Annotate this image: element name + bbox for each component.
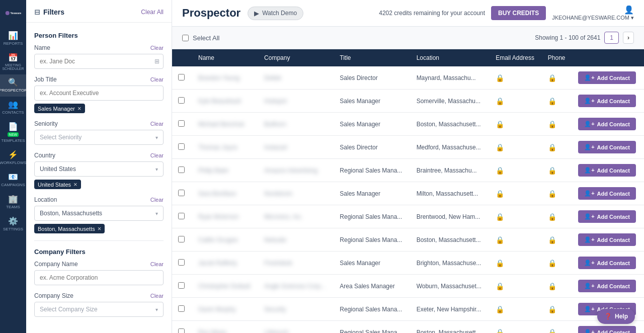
location-value: Boston, Massachusetts <box>40 210 102 217</box>
row-checkbox-cell <box>172 321 192 334</box>
user-area[interactable]: 👤 JKEOHANE@YESWARE.COM ▾ <box>552 5 634 21</box>
row-checkbox-11[interactable] <box>178 328 185 334</box>
email-lock-icon: 🔒 <box>496 190 504 198</box>
sidebar-item-contacts[interactable]: 👥 CONTACTS <box>0 97 26 119</box>
email-lock-icon: 🔒 <box>496 143 504 151</box>
add-contact-button-11[interactable]: 👤+ Add Contact <box>578 326 636 333</box>
row-checkbox-2[interactable] <box>178 120 185 127</box>
row-checkbox-8[interactable] <box>178 259 185 266</box>
row-checkbox-3[interactable] <box>178 143 185 150</box>
name-input[interactable] <box>34 54 164 69</box>
add-contact-button-3[interactable]: 👤+ Add Contact <box>578 141 636 153</box>
row-name-4: Philip Baier <box>192 159 258 182</box>
phone-lock-icon: 🔒 <box>548 74 556 82</box>
remove-sales-manager-button[interactable]: × <box>77 105 82 112</box>
sidebar-item-teams[interactable]: 🏢 TEAMS <box>0 191 26 213</box>
add-contact-button-1[interactable]: 👤+ Add Contact <box>578 95 636 107</box>
add-contact-button-0[interactable]: 👤+ Add Contact <box>578 71 636 84</box>
job-title-input[interactable] <box>34 86 164 101</box>
help-button[interactable]: ❓ Help <box>597 309 635 324</box>
row-title-3: Sales Director <box>334 136 410 159</box>
row-checkbox-5[interactable] <box>178 190 185 196</box>
location-label: Location <box>34 196 57 203</box>
company-size-clear-button[interactable]: Clear <box>150 293 164 299</box>
sidebar-item-prospector[interactable]: 🔍 PROSPECTOR <box>0 74 26 97</box>
add-contact-button-7[interactable]: 👤+ Add Contact <box>578 233 636 246</box>
user-email: JKEOHANE@YESWARE.COM ▾ <box>552 15 634 21</box>
row-email-9: 🔒 <box>490 275 542 298</box>
row-checkbox-cell <box>172 113 192 136</box>
job-title-field-group: Job Title Clear Sales Manager × <box>34 76 164 113</box>
row-title-11: Regional Sales Mana... <box>334 321 410 334</box>
main-content: Prospector ▶ Watch Demo 4202 credits rem… <box>172 0 644 333</box>
add-person-icon: 👤+ <box>584 121 594 127</box>
company-name-input[interactable] <box>34 270 164 285</box>
location-select[interactable]: Boston, Massachusetts ▾ <box>34 206 164 221</box>
select-all-checkbox[interactable] <box>182 35 189 41</box>
company-size-label-row: Company Size Clear <box>34 292 164 299</box>
phone-lock-icon: 🔒 <box>548 120 556 128</box>
filters-sidebar: ⊟ Filters Clear All Person Filters Name … <box>26 0 172 333</box>
add-contact-button-9[interactable]: 👤+ Add Contact <box>578 280 636 292</box>
play-icon: ▶ <box>254 10 259 17</box>
table-body: Brandon Young Deltek Sales Director Mayn… <box>172 66 644 333</box>
add-contact-button-5[interactable]: 👤+ Add Contact <box>578 187 636 200</box>
page-number[interactable]: 1 <box>604 32 619 44</box>
sidebar-item-campaigns[interactable]: 📧 CAMPAIGNS <box>0 169 26 191</box>
country-clear-button[interactable]: Clear <box>150 152 164 158</box>
phone-lock-icon: 🔒 <box>548 259 556 267</box>
sidebar-item-reports[interactable]: 📊 REPORTS <box>0 28 26 50</box>
row-checkbox-cell <box>172 90 192 113</box>
company-name-clear-button[interactable]: Clear <box>150 261 164 267</box>
buy-credits-button[interactable]: BUY CREDITS <box>491 6 546 20</box>
job-title-clear-button[interactable]: Clear <box>150 76 164 82</box>
remove-united-states-button[interactable]: × <box>73 181 77 188</box>
company-name-label-row: Company Name Clear <box>34 261 164 268</box>
row-checkbox-9[interactable] <box>178 282 185 289</box>
row-name-9: Christopher Dufault <box>192 275 258 298</box>
name-label: Name <box>34 44 50 51</box>
sidebar-item-templates[interactable]: 📄 NEW TEMPLATES <box>0 119 26 147</box>
add-contact-button-4[interactable]: 👤+ Add Contact <box>578 164 636 177</box>
filters-header: ⊟ Filters Clear All <box>26 0 172 23</box>
seniority-clear-button[interactable]: Clear <box>150 121 164 127</box>
add-contact-button-2[interactable]: 👤+ Add Contact <box>578 118 636 130</box>
yesware-logo[interactable]: Yesware <box>2 5 24 23</box>
row-checkbox-cell <box>172 66 192 90</box>
next-page-button[interactable]: › <box>623 32 634 44</box>
add-contact-button-8[interactable]: 👤+ Add Contact <box>578 257 636 269</box>
row-checkbox-cell <box>172 205 192 228</box>
name-clear-button[interactable]: Clear <box>150 45 164 51</box>
row-email-8: 🔒 <box>490 252 542 275</box>
row-checkbox-0[interactable] <box>178 74 185 80</box>
add-person-icon: 👤+ <box>584 98 594 104</box>
pagination-area: Showing 1 - 100 of 2641 1 › <box>535 32 634 44</box>
input-grid-icon: ⊞ <box>154 58 159 65</box>
row-phone-3: 🔒 <box>542 136 572 159</box>
company-size-field-group: Company Size Clear Select Company Size ▾ <box>34 292 164 317</box>
row-checkbox-4[interactable] <box>178 166 185 173</box>
seniority-select[interactable]: Select Seniority ▾ <box>34 130 164 145</box>
row-checkbox-1[interactable] <box>178 97 185 104</box>
clear-all-button[interactable]: Clear All <box>141 9 164 16</box>
add-person-icon: 👤+ <box>584 213 594 220</box>
country-select[interactable]: United States ▾ <box>34 161 164 177</box>
row-checkbox-6[interactable] <box>178 213 185 219</box>
row-phone-10: 🔒 <box>542 298 572 321</box>
remove-boston-ma-button[interactable]: × <box>98 225 102 232</box>
sidebar-item-settings[interactable]: ⚙️ SETTINGS <box>0 213 26 235</box>
row-checkbox-10[interactable] <box>178 305 185 312</box>
row-title-9: Area Sales Manager <box>334 275 410 298</box>
company-size-select[interactable]: Select Company Size ▾ <box>34 302 164 317</box>
seniority-placeholder: Select Seniority <box>40 134 82 141</box>
sidebar-item-workflows[interactable]: ⚡ WORKFLOWS <box>0 147 26 169</box>
phone-lock-icon: 🔒 <box>548 143 556 151</box>
workflows-icon: ⚡ <box>8 151 18 159</box>
sidebar-item-meeting-scheduler[interactable]: 📅 MEETINGSCHEDULER <box>0 50 26 74</box>
add-contact-button-6[interactable]: 👤+ Add Contact <box>578 210 636 223</box>
location-clear-button[interactable]: Clear <box>150 197 164 203</box>
email-lock-icon: 🔒 <box>496 74 504 82</box>
watch-demo-button[interactable]: ▶ Watch Demo <box>248 7 303 20</box>
row-title-5: Sales Manager <box>334 182 410 205</box>
row-checkbox-7[interactable] <box>178 236 185 242</box>
